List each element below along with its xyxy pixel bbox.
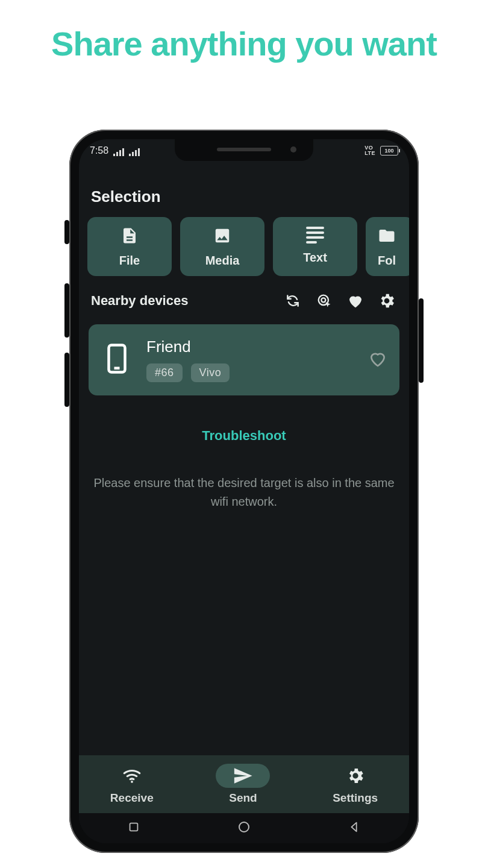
chip-label: File	[119, 254, 140, 268]
nav-home-button[interactable]	[237, 820, 251, 837]
gear-icon	[346, 766, 365, 785]
tab-settings[interactable]: Settings	[333, 764, 378, 805]
circle-icon	[237, 820, 251, 834]
favorite-toggle[interactable]	[368, 349, 387, 371]
tab-label: Settings	[333, 791, 378, 805]
locate-button[interactable]	[314, 291, 334, 311]
tab-receive[interactable]: Receive	[110, 764, 154, 805]
battery-icon: 100	[380, 146, 398, 156]
status-bar: 7:58 VOLTE 100	[79, 139, 409, 163]
device-name: Friend	[146, 338, 230, 356]
svg-point-4	[131, 781, 133, 783]
nearby-devices-label: Nearby devices	[91, 293, 188, 309]
nav-recents-button[interactable]	[127, 820, 140, 836]
refresh-button[interactable]	[283, 291, 303, 311]
chip-file[interactable]: File	[87, 217, 172, 276]
file-icon	[120, 227, 139, 248]
troubleshoot-link[interactable]: Troubleshoot	[79, 428, 409, 444]
svg-point-6	[239, 822, 249, 832]
nav-back-button[interactable]	[348, 820, 361, 836]
android-nav-bar	[79, 813, 409, 843]
page-title: Selection	[79, 178, 409, 217]
selection-chip-row[interactable]: File Media Text	[79, 217, 409, 276]
status-time: 7:58	[90, 145, 108, 156]
square-icon	[127, 820, 140, 834]
signal-icon	[129, 148, 140, 156]
svg-point-1	[321, 298, 325, 302]
heart-icon	[346, 292, 364, 310]
gear-icon	[378, 292, 396, 310]
phone-side-button	[64, 353, 69, 407]
phone-side-button	[64, 283, 69, 338]
chip-folder[interactable]: Fol	[366, 217, 409, 276]
triangle-back-icon	[348, 820, 361, 834]
phone-side-button	[64, 220, 69, 244]
device-id-badge: #66	[146, 363, 183, 382]
device-card[interactable]: Friend #66 Vivo	[89, 324, 399, 395]
bottom-tab-bar: Receive Send Settings	[79, 755, 409, 813]
send-icon	[233, 766, 253, 786]
tab-send[interactable]: Send	[216, 764, 270, 805]
volte-icon: VOLTE	[364, 145, 375, 156]
image-icon	[213, 227, 231, 248]
device-brand-badge: Vivo	[191, 363, 230, 382]
chip-text[interactable]: Text	[273, 217, 357, 276]
heart-outline-icon	[368, 349, 387, 368]
svg-rect-5	[130, 823, 138, 831]
phone-side-button	[419, 298, 424, 383]
settings-button[interactable]	[377, 291, 397, 311]
target-cursor-icon	[316, 292, 333, 309]
tab-label: Receive	[110, 791, 154, 805]
promo-heading: Share anything you want	[0, 24, 488, 63]
wifi-icon	[122, 766, 142, 786]
chip-label: Fol	[378, 254, 396, 268]
folder-icon	[378, 227, 396, 248]
refresh-icon	[285, 293, 301, 309]
favorites-button[interactable]	[345, 291, 366, 311]
tab-label: Send	[229, 791, 257, 805]
phone-device-icon	[101, 342, 133, 377]
chip-label: Text	[303, 251, 327, 265]
phone-frame: 7:58 VOLTE 100 Selection	[69, 130, 419, 853]
wifi-hint-text: Please ensure that the desired target is…	[93, 474, 395, 511]
phone-screen: 7:58 VOLTE 100 Selection	[79, 139, 409, 843]
chip-label: Media	[205, 254, 240, 268]
chip-media[interactable]: Media	[180, 217, 264, 276]
text-icon	[306, 227, 324, 245]
signal-icon	[113, 148, 124, 156]
